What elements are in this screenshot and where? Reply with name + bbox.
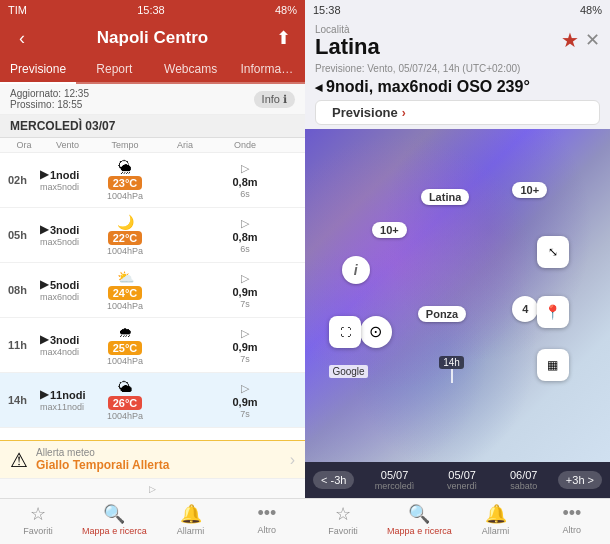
right-header: Località Latina ★ ✕	[305, 20, 610, 61]
right-battery: 48%	[580, 4, 602, 16]
wave-arrow-icon: ▷	[241, 327, 249, 340]
timeline-date-2: 06/07 sabato	[510, 469, 538, 491]
temp-badge: 22°C	[108, 231, 143, 245]
nav-favoriti[interactable]: ☆ Favoriti	[0, 503, 76, 542]
wave-arrow-icon: ▷	[241, 272, 249, 285]
forecast-table: Ora Vento Tempo Aria Onde 02h ▶ 1nodi ma…	[0, 138, 305, 440]
map-pin-button[interactable]: 📍	[537, 296, 569, 328]
wave-period: 7s	[240, 409, 250, 419]
close-button[interactable]: ✕	[585, 29, 600, 51]
temp-badge: 24°C	[108, 286, 143, 300]
weather-icon: ⛅	[117, 269, 134, 285]
map-container[interactable]: 10+ Latina 10+ Ponza 4 i ⊙ ⛶ ⤡ 📍 ▦ Googl…	[305, 129, 610, 462]
map-expand-button[interactable]: ⛶	[329, 316, 361, 348]
r-nav-allarmi[interactable]: 🔔 Allarmi	[458, 503, 534, 542]
wind-max: max5nodi	[40, 182, 79, 192]
r-nav-altro[interactable]: ••• Altro	[534, 503, 610, 542]
nav-label: Altro	[258, 525, 277, 535]
date-main: 06/07	[510, 469, 538, 481]
map-label-ponza[interactable]: Ponza	[418, 306, 466, 322]
favorite-star-icon[interactable]: ★	[561, 28, 579, 52]
map-circle-4: 4	[512, 296, 538, 322]
map-info-button[interactable]: i	[342, 256, 370, 284]
nav-altro[interactable]: ••• Altro	[229, 503, 305, 542]
date-main: 05/07	[381, 469, 409, 481]
google-attribution: Google	[329, 365, 367, 378]
weather-icon: 🌥	[118, 379, 132, 395]
date-main: 05/07	[448, 469, 476, 481]
nav-allarmi[interactable]: 🔔 Allarmi	[153, 503, 229, 542]
time-marker: 14h	[439, 356, 464, 383]
left-header: ‹ Napoli Centro ⬆	[0, 20, 305, 56]
time-marker-line	[451, 369, 453, 383]
wind-speed: 5nodi	[50, 279, 79, 291]
alert-text: Allerta meteo Giallo Temporali Allerta	[36, 447, 282, 472]
left-status-bar: TIM 15:38 48%	[0, 0, 305, 20]
nav-mappa[interactable]: 🔍 Mappa e ricerca	[76, 503, 152, 542]
timeline-forward-button[interactable]: +3h >	[558, 471, 602, 489]
row-time: 02h	[8, 174, 40, 186]
weather-cell: ⛅ 24°C 1004hPa	[95, 269, 155, 311]
weather-cell: 🌙 22°C 1004hPa	[95, 214, 155, 256]
update-info: Aggiornato: 12:35 Prossimo: 18:55	[10, 88, 89, 110]
wind-cell: ▶ 3nodi max5nodi	[40, 223, 95, 247]
wave-height: 0,9m	[232, 286, 257, 298]
nav-label: Allarmi	[177, 526, 205, 536]
wave-arrow-icon: ▷	[241, 217, 249, 230]
timeline-date-0: 05/07 mercoledì	[375, 469, 415, 491]
city-title: Napoli Centro	[34, 28, 271, 48]
r-map-search-icon: 🔍	[408, 503, 430, 525]
left-panel: TIM 15:38 48% ‹ Napoli Centro ⬆ Previsio…	[0, 0, 305, 544]
wave-height: 0,9m	[232, 341, 257, 353]
r-nav-mappa[interactable]: 🔍 Mappa e ricerca	[381, 503, 457, 542]
right-time: 15:38	[313, 4, 341, 16]
header-icons: ★ ✕	[561, 28, 600, 52]
map-label-latina[interactable]: Latina	[421, 189, 469, 205]
wind-arrow-icon: ▶	[40, 168, 48, 181]
info-button[interactable]: Info ℹ	[254, 91, 295, 108]
chevron-right-icon: ›	[402, 106, 406, 120]
weather-icon: 🌦	[118, 159, 132, 175]
map-layers-button[interactable]: ▦	[537, 349, 569, 381]
tab-report[interactable]: Report	[76, 56, 152, 82]
alert-bar[interactable]: ⚠ Allerta meteo Giallo Temporali Allerta…	[0, 440, 305, 478]
wind-speed: 11nodi	[50, 389, 85, 401]
r-nav-label: Altro	[563, 525, 582, 535]
wind-arrow-icon: ▶	[40, 223, 48, 236]
tab-informazioni[interactable]: Informa…	[229, 56, 305, 82]
previsione-tab-button[interactable]: Previsione ›	[315, 100, 600, 125]
weather-cell: 🌦 23°C 1004hPa	[95, 159, 155, 201]
weather-icon: 🌙	[117, 214, 134, 230]
tab-previsione[interactable]: Previsione	[0, 56, 76, 84]
row-time: 08h	[8, 284, 40, 296]
back-button[interactable]: ‹	[10, 28, 34, 49]
battery-label: 48%	[275, 4, 297, 16]
wave-height: 0,8m	[232, 231, 257, 243]
map-radar-overlay	[305, 129, 610, 462]
pressure: 1004hPa	[107, 246, 143, 256]
wind-max: max6nodi	[40, 292, 79, 302]
r-nav-favoriti[interactable]: ☆ Favoriti	[305, 503, 381, 542]
wind-arrow-icon: ▶	[40, 278, 48, 291]
tab-webcams[interactable]: Webcams	[153, 56, 229, 82]
table-row: 08h ▶ 5nodi max6nodi ⛅ 24°C 1004hPa ▷ 0,…	[0, 263, 305, 318]
wind-details: 9nodi, max6nodi OSO 239°	[326, 78, 530, 96]
r-star-icon: ☆	[335, 503, 351, 525]
alert-desc: Giallo Temporali Allerta	[36, 458, 282, 472]
wave-cell: ▷ 0,8m 6s	[215, 162, 275, 199]
map-search-icon: 🔍	[103, 503, 125, 525]
wind-cell: ▶ 11nodi max11nodi	[40, 388, 95, 412]
map-compass-button[interactable]: ⊙	[360, 316, 392, 348]
right-bottom-nav: ☆ Favoriti 🔍 Mappa e ricerca 🔔 Allarmi •…	[305, 498, 610, 544]
nav-label: Mappa e ricerca	[82, 526, 147, 536]
row-time: 11h	[8, 339, 40, 351]
col-headers: Ora Vento Tempo Aria Onde	[0, 138, 305, 153]
timeline-back-button[interactable]: < -3h	[313, 471, 354, 489]
wind-speed: 3nodi	[50, 334, 79, 346]
wind-cell: ▶ 3nodi max4nodi	[40, 333, 95, 357]
wave-arrow-icon: ▷	[241, 382, 249, 395]
map-zoom-button[interactable]: ⤡	[537, 236, 569, 268]
share-button[interactable]: ⬆	[271, 27, 295, 49]
alert-chevron-icon: ›	[290, 451, 295, 469]
day-header: MERCOLEDÌ 03/07	[0, 115, 305, 138]
